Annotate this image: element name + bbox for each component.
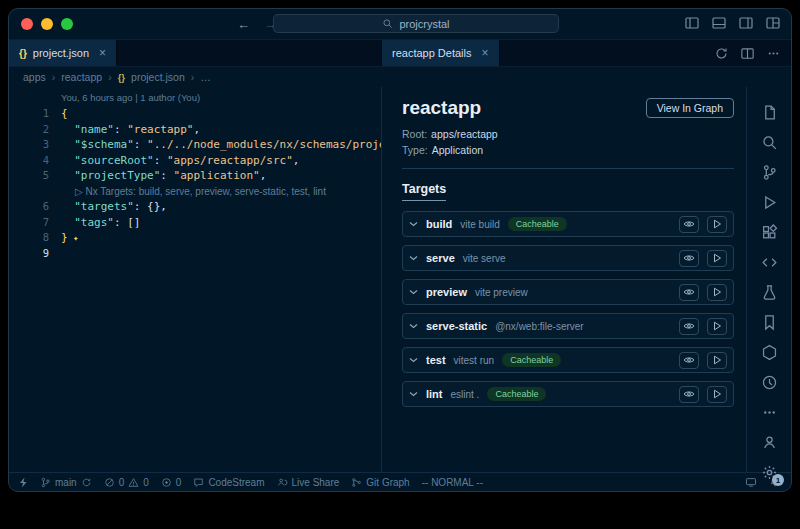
breadcrumb-separator: ›	[191, 71, 195, 83]
customize-layout-icon[interactable]	[765, 15, 781, 31]
line-content[interactable]: "projectType": "application",	[61, 168, 381, 184]
chevron-down-icon[interactable]	[409, 289, 418, 295]
chevron-down-icon[interactable]	[409, 221, 418, 227]
target-row[interactable]: buildvite buildCacheable	[402, 211, 734, 237]
search-icon[interactable]	[747, 127, 792, 157]
gitlens-codelens[interactable]: You, 6 hours ago | 1 author (You)	[61, 92, 381, 103]
tab-project-json[interactable]: {} project.json ×	[9, 40, 117, 66]
bookmarks-icon[interactable]	[747, 307, 792, 337]
target-row[interactable]: testvitest runCacheable	[402, 347, 734, 373]
account-icon[interactable]	[747, 427, 792, 457]
activity-bar: 1	[746, 87, 792, 472]
toggle-panel-icon[interactable]	[711, 15, 727, 31]
line-content[interactable]: "$schema": "../../node_modules/nx/schema…	[61, 137, 381, 153]
history-nav: ← →	[237, 9, 277, 39]
files-icon[interactable]	[747, 97, 792, 127]
code-line[interactable]: 4 "sourceRoot": "apps/reactapp/src",	[9, 153, 381, 169]
target-row[interactable]: linteslint .Cacheable	[402, 381, 734, 407]
breadcrumb-item-reactapp[interactable]: reactapp	[61, 71, 102, 83]
line-content[interactable]: "targets": {},	[61, 199, 381, 215]
close-tab-icon[interactable]: ×	[99, 46, 106, 60]
run-target-button[interactable]	[707, 216, 727, 233]
view-in-graph-button[interactable]: View In Graph	[646, 98, 734, 118]
nx-hint-line[interactable]: ▷ Nx Targets: build, serve, preview, ser…	[9, 184, 381, 200]
remote-indicator[interactable]	[19, 477, 28, 488]
breadcrumb-item-file[interactable]: project.json	[131, 71, 185, 83]
line-content[interactable]: "tags": []	[61, 215, 381, 231]
more-icon[interactable]	[747, 397, 792, 427]
breadcrumb-separator: ›	[108, 71, 112, 83]
toggle-sidebar-left-icon[interactable]	[684, 15, 700, 31]
back-icon[interactable]: ←	[237, 17, 250, 32]
toggle-sidebar-right-icon[interactable]	[738, 15, 754, 31]
inspect-target-button[interactable]	[679, 386, 699, 403]
chevron-down-icon[interactable]	[409, 357, 418, 363]
nx-console-icon[interactable]	[747, 337, 792, 367]
inspect-target-button[interactable]	[679, 250, 699, 267]
close-tab-icon[interactable]: ×	[482, 46, 489, 60]
codestream-label: CodeStream	[208, 477, 264, 488]
inspect-target-button[interactable]	[679, 318, 699, 335]
run-target-button[interactable]	[707, 318, 727, 335]
panel-header: reactapp View In Graph	[402, 97, 734, 119]
remote-icon[interactable]	[747, 247, 792, 277]
line-content[interactable]: {	[61, 106, 381, 122]
vim-mode-indicator[interactable]: -- NORMAL --	[422, 477, 483, 488]
target-row[interactable]: previewvite preview	[402, 279, 734, 305]
line-content[interactable]: } ✦	[61, 230, 381, 246]
notification-badge: 1	[772, 474, 784, 486]
nx-targets-hint[interactable]: ▷ Nx Targets: build, serve, preview, ser…	[61, 184, 381, 200]
inspect-target-button[interactable]	[679, 352, 699, 369]
live-share-status[interactable]: Live Share	[277, 477, 340, 488]
code-line[interactable]: 8} ✦	[9, 230, 381, 246]
run-debug-icon[interactable]	[747, 187, 792, 217]
run-target-button[interactable]	[707, 284, 727, 301]
problems-status[interactable]: 0 0	[104, 477, 149, 488]
target-row[interactable]: serve-static@nx/web:file-server	[402, 313, 734, 339]
root-label: Root:	[402, 128, 427, 140]
code-line[interactable]: 9	[9, 246, 381, 262]
git-graph-status[interactable]: Git Graph	[351, 477, 409, 488]
split-editor-icon[interactable]	[740, 46, 755, 61]
target-row[interactable]: servevite serve	[402, 245, 734, 271]
chevron-down-icon[interactable]	[409, 255, 418, 261]
tab-reactapp-details[interactable]: reactapp Details ×	[382, 40, 500, 66]
code-line[interactable]: 5 "projectType": "application",	[9, 168, 381, 184]
chevron-down-icon[interactable]	[409, 391, 418, 397]
extensions-icon[interactable]	[747, 217, 792, 247]
inspect-target-button[interactable]	[679, 216, 699, 233]
more-actions-icon[interactable]	[766, 46, 781, 61]
breadcrumb-item-apps[interactable]: apps	[23, 71, 46, 83]
minimize-window-button[interactable]	[41, 18, 53, 30]
code-line[interactable]: 3 "$schema": "../../node_modules/nx/sche…	[9, 137, 381, 153]
target-command: vite build	[460, 219, 499, 230]
command-center-search[interactable]: projcrystal	[273, 14, 559, 33]
run-target-button[interactable]	[707, 250, 727, 267]
code-line[interactable]: 6 "targets": {},	[9, 199, 381, 215]
git-branch-status[interactable]: main	[40, 477, 92, 488]
inspect-target-button[interactable]	[679, 284, 699, 301]
line-content[interactable]: "name": "reactapp",	[61, 122, 381, 138]
status-extra-counter[interactable]: 0	[161, 477, 182, 488]
code-line[interactable]: 7 "tags": []	[9, 215, 381, 231]
zoom-window-button[interactable]	[61, 18, 73, 30]
vim-mode-text: -- NORMAL --	[422, 477, 483, 488]
testing-icon[interactable]	[747, 277, 792, 307]
chevron-down-icon[interactable]	[409, 323, 418, 329]
close-window-button[interactable]	[21, 18, 33, 30]
run-target-button[interactable]	[707, 386, 727, 403]
run-target-button[interactable]	[707, 352, 727, 369]
source-control-icon[interactable]	[747, 157, 792, 187]
breadcrumb-more[interactable]: …	[200, 71, 211, 83]
main-area: You, 6 hours ago | 1 author (You) 1{2 "n…	[9, 87, 791, 472]
root-value: apps/reactapp	[431, 128, 498, 140]
code-line[interactable]: 1{	[9, 106, 381, 122]
code-line[interactable]: 2 "name": "reactapp",	[9, 122, 381, 138]
line-content[interactable]	[61, 246, 381, 262]
settings-icon[interactable]: 1	[747, 457, 792, 487]
history-icon[interactable]	[747, 367, 792, 397]
code-editor[interactable]: You, 6 hours ago | 1 author (You) 1{2 "n…	[9, 87, 381, 472]
line-content[interactable]: "sourceRoot": "apps/reactapp/src",	[61, 153, 381, 169]
refresh-icon[interactable]	[714, 46, 729, 61]
codestream-status[interactable]: CodeStream	[193, 477, 264, 488]
